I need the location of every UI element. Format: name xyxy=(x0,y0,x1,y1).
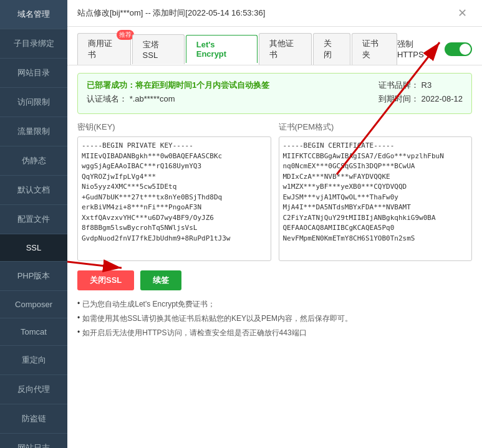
renew-button[interactable]: 续签 xyxy=(140,270,181,290)
tabs-row: 商用证书 推荐 宝塔SSL Let's Encrypt 其他证书 关闭 xyxy=(67,27,482,65)
sidebar-item-website-log[interactable]: 网站日志 xyxy=(0,434,67,448)
sidebar-item-default-document[interactable]: 默认文档 xyxy=(0,176,67,205)
tab-baota-ssl-label: 宝塔SSL xyxy=(143,40,159,60)
main-content: 站点修改[bij***om] -- 添加时间[2022-05-14 16:53:… xyxy=(67,0,482,448)
force-https-label: 强制HTTPS xyxy=(397,39,440,59)
cert-label: 证书(PEM格式) xyxy=(279,122,473,133)
domain-line: 认证域名： *.ab*****com xyxy=(87,93,269,105)
tab-commercial-cert[interactable]: 商用证书 推荐 xyxy=(77,33,131,65)
expiry-value: 2022-08-12 xyxy=(422,94,463,103)
success-title: 已部署成功：将在距到期时间1个月内尝试自动换签 xyxy=(87,80,269,91)
content-area: 已部署成功：将在距到期时间1个月内尝试自动换签 认证域名： *.ab*****c… xyxy=(67,65,482,350)
sidebar-item-tomcat[interactable]: Tomcat xyxy=(0,318,67,346)
brand-value: R3 xyxy=(422,80,432,90)
sidebar-item-redirect[interactable]: 重定向 xyxy=(0,346,67,375)
tab-commercial-cert-badge: 推荐 xyxy=(117,30,134,40)
tab-cert-folder-label: 证书夹 xyxy=(362,39,378,59)
tab-baota-ssl[interactable]: 宝塔SSL xyxy=(132,34,185,64)
cert-textarea[interactable]: -----BEGIN CERTIFICATE----- MIIFKTCCBBGg… xyxy=(279,136,473,261)
page-title: 站点修改[bij***om] -- 添加时间[2022-05-14 16:53:… xyxy=(77,7,265,19)
key-column: 密钥(KEY) -----BEGIN PRIVATE KEY----- MIIE… xyxy=(77,122,271,263)
tab-close[interactable]: 关闭 xyxy=(313,33,350,65)
sidebar-item-reverse-proxy[interactable]: 反向代理 xyxy=(0,375,67,404)
tab-other-cert-label: 其他证书 xyxy=(269,39,294,59)
sidebar-item-composer[interactable]: Composer xyxy=(0,291,67,318)
close-button[interactable]: ✕ xyxy=(453,6,472,20)
tab-cert-folder[interactable]: 证书夹 xyxy=(352,33,397,65)
sidebar: 域名管理 子目录绑定 网站目录 访问限制 流量限制 伪静态 默认文档 配置文件 … xyxy=(0,0,67,448)
force-https-toggle[interactable] xyxy=(445,42,472,56)
success-banner-right: 证书品牌： R3 到期时间： 2022-08-12 xyxy=(378,80,463,107)
sidebar-item-website-directory[interactable]: 网站目录 xyxy=(0,59,67,88)
note-text-2: 如需使用其他SSL请切换其他证书后粘贴您的KEY以及PEM内容，然后保存即可。 xyxy=(82,313,352,324)
tab-lets-encrypt-label: Let's Encrypt xyxy=(196,40,226,59)
sidebar-item-traffic-limit[interactable]: 流量限制 xyxy=(0,117,67,146)
sidebar-item-config-file[interactable]: 配置文件 xyxy=(0,205,67,234)
cert-columns: 密钥(KEY) -----BEGIN PRIVATE KEY----- MIIE… xyxy=(77,122,472,263)
title-bar: 站点修改[bij***om] -- 添加时间[2022-05-14 16:53:… xyxy=(67,0,482,27)
key-label: 密钥(KEY) xyxy=(77,122,271,133)
success-banner: 已部署成功：将在距到期时间1个月内尝试自动换签 认证域名： *.ab*****c… xyxy=(77,73,472,114)
notes: 已为您自动生成Let's Encrypt免费证书； 如需使用其他SSL请切换其他… xyxy=(77,299,472,338)
sidebar-item-ssl[interactable]: SSL xyxy=(0,234,67,262)
tab-close-label: 关闭 xyxy=(324,39,332,59)
tab-other-cert[interactable]: 其他证书 xyxy=(259,33,312,65)
cert-column: 证书(PEM格式) -----BEGIN CERTIFICATE----- MI… xyxy=(279,122,473,263)
note-text-1: 已为您自动生成Let's Encrypt免费证书； xyxy=(82,299,215,310)
brand-line: 证书品牌： R3 xyxy=(378,80,463,91)
sidebar-item-hotlink-protection[interactable]: 防盗链 xyxy=(0,404,67,434)
sidebar-item-php-version[interactable]: PHP版本 xyxy=(0,262,67,291)
note-item-1: 已为您自动生成Let's Encrypt免费证书； xyxy=(77,299,472,310)
brand-label: 证书品牌： xyxy=(378,80,419,90)
note-text-3: 如开启后无法使用HTTPS访问，请检查安全组是否正确放行443端口 xyxy=(82,328,306,338)
tab-commercial-cert-label: 商用证书 xyxy=(88,39,112,59)
key-textarea[interactable]: -----BEGIN PRIVATE KEY----- MIIEvQIBADAN… xyxy=(77,136,271,261)
buttons-row: 关闭SSL 续签 xyxy=(77,270,472,290)
sidebar-item-subdirectory-binding[interactable]: 子目录绑定 xyxy=(0,29,67,59)
note-item-2: 如需使用其他SSL请切换其他证书后粘贴您的KEY以及PEM内容，然后保存即可。 xyxy=(77,313,472,324)
close-ssl-button[interactable]: 关闭SSL xyxy=(77,270,134,290)
note-item-3: 如开启后无法使用HTTPS访问，请检查安全组是否正确放行443端口 xyxy=(77,328,472,338)
sidebar-item-domain-management[interactable]: 域名管理 xyxy=(0,0,67,29)
domain-value: *.ab*****com xyxy=(130,94,175,103)
expiry-label: 到期时间： xyxy=(378,94,419,103)
success-banner-left: 已部署成功：将在距到期时间1个月内尝试自动换签 认证域名： *.ab*****c… xyxy=(87,80,269,105)
sidebar-item-access-restriction[interactable]: 访问限制 xyxy=(0,88,67,117)
force-https-container: 强制HTTPS xyxy=(397,39,472,59)
domain-label: 认证域名： xyxy=(87,94,127,103)
sidebar-item-pseudo-static[interactable]: 伪静态 xyxy=(0,146,67,176)
tab-lets-encrypt[interactable]: Let's Encrypt xyxy=(186,35,258,63)
tabs-group: 商用证书 推荐 宝塔SSL Let's Encrypt 其他证书 关闭 xyxy=(77,33,397,65)
expiry-line: 到期时间： 2022-08-12 xyxy=(378,93,463,105)
